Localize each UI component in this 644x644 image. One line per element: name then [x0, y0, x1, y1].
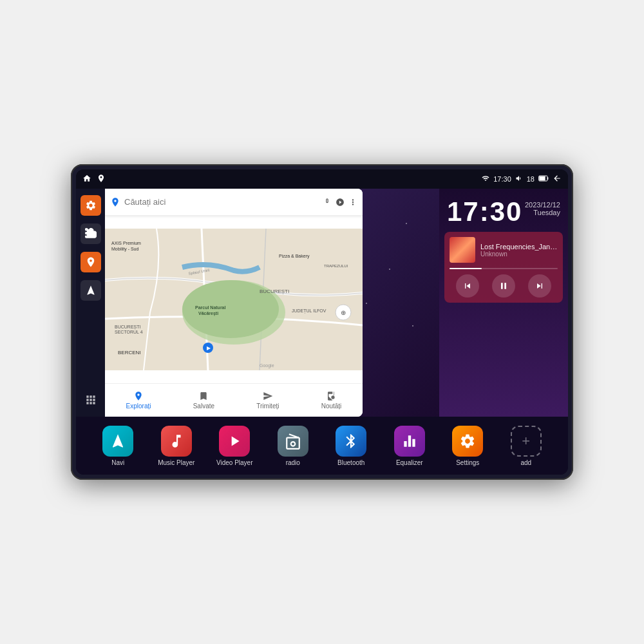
- app-equalizer[interactable]: Equalizer: [390, 426, 429, 466]
- app-navi[interactable]: Navi: [99, 426, 137, 466]
- clock-time: 17:30: [447, 198, 522, 225]
- clock-date-day: 2023/12/12: [525, 201, 560, 209]
- device-frame: 17:30 18: [71, 164, 573, 480]
- music-title: Lost Frequencies_Janie...: [480, 243, 558, 251]
- app-tray: Navi Music Player Video Player radio: [76, 417, 568, 475]
- device-screen: 17:30 18: [76, 169, 568, 475]
- back-icon[interactable]: [553, 174, 562, 184]
- clock-date: 2023/12/12 Tuesday: [525, 201, 560, 216]
- app-radio-label: radio: [286, 459, 300, 466]
- left-sidebar: [76, 189, 105, 417]
- app-radio-icon: [278, 426, 308, 457]
- music-controls: [450, 274, 558, 298]
- app-video-player-icon: [219, 426, 250, 457]
- app-settings-label: Settings: [456, 459, 479, 466]
- music-prev-button[interactable]: [456, 274, 479, 298]
- map-tab-news-label: Noutăți: [321, 402, 342, 410]
- svg-text:TRAPEZULUI: TRAPEZULUI: [324, 264, 348, 268]
- svg-text:Google: Google: [260, 363, 274, 368]
- map-tab-explore-label: Explorați: [126, 402, 151, 410]
- app-equalizer-label: Equalizer: [396, 459, 423, 466]
- svg-rect-1: [547, 177, 548, 180]
- map-tab-share-label: Trimiteți: [256, 402, 279, 410]
- apps-grid-sidebar-button[interactable]: [80, 390, 101, 410]
- status-time: 17:30: [493, 175, 511, 183]
- map-tab-news[interactable]: Noutăți: [321, 391, 342, 410]
- app-add[interactable]: + add: [507, 426, 545, 466]
- app-bluetooth-icon: [336, 426, 366, 457]
- svg-text:BUCUREȘTI: BUCUREȘTI: [115, 325, 141, 330]
- map-area: AXIS Premium Mobility - Sud Pizza & Bake…: [105, 189, 439, 417]
- settings-sidebar-icon[interactable]: [80, 195, 101, 216]
- app-music-player[interactable]: Music Player: [157, 426, 196, 466]
- app-add-label: add: [520, 459, 531, 466]
- clock-date-weekday: Tuesday: [525, 209, 560, 216]
- map-tab-saved[interactable]: Salvate: [193, 391, 214, 410]
- app-radio[interactable]: radio: [274, 426, 312, 466]
- location-icon[interactable]: [97, 174, 106, 184]
- home-icon[interactable]: [82, 174, 91, 184]
- app-video-player-label: Video Player: [216, 459, 253, 466]
- center-content: AXIS Premium Mobility - Sud Pizza & Bake…: [105, 189, 439, 417]
- app-settings-icon: [452, 426, 483, 457]
- map-search-input[interactable]: [124, 197, 319, 207]
- svg-rect-2: [539, 176, 545, 181]
- svg-text:▶: ▶: [207, 345, 211, 351]
- wifi-icon: [482, 175, 489, 184]
- app-navi-label: Navi: [111, 459, 124, 466]
- music-progress-bar[interactable]: [450, 268, 558, 269]
- app-navi-icon: [102, 426, 133, 457]
- svg-text:Văcărești: Văcărești: [198, 311, 218, 316]
- google-maps-card: AXIS Premium Mobility - Sud Pizza & Bake…: [105, 189, 363, 417]
- right-panel: 17:30 2023/12/12 Tuesday Lost Frequencie…: [439, 189, 568, 417]
- svg-text:SECTORUL 4: SECTORUL 4: [115, 330, 143, 334]
- map-tab-saved-label: Salvate: [193, 402, 214, 410]
- app-video-player[interactable]: Video Player: [215, 426, 254, 466]
- svg-text:JUDEȚUL ILFOV: JUDEȚUL ILFOV: [292, 308, 327, 314]
- app-bluetooth-label: Bluetooth: [337, 459, 365, 466]
- app-bluetooth[interactable]: Bluetooth: [332, 426, 370, 466]
- map-bottom-bar: Explorați Salvate Trimiteți: [105, 383, 363, 417]
- music-next-button[interactable]: [528, 274, 551, 298]
- music-player-widget: Lost Frequencies_Janie... Unknown: [444, 232, 563, 303]
- svg-text:Parcul Natural: Parcul Natural: [195, 305, 226, 310]
- svg-text:⊕: ⊕: [341, 309, 346, 316]
- svg-text:AXIS Premium: AXIS Premium: [111, 241, 141, 245]
- app-add-icon: +: [511, 426, 542, 457]
- app-equalizer-icon: [394, 426, 425, 457]
- music-text: Lost Frequencies_Janie... Unknown: [480, 243, 558, 258]
- app-music-player-label: Music Player: [158, 459, 194, 466]
- main-area: AXIS Premium Mobility - Sud Pizza & Bake…: [76, 189, 568, 417]
- app-settings[interactable]: Settings: [448, 426, 487, 466]
- music-info: Lost Frequencies_Janie... Unknown: [450, 237, 558, 263]
- status-right-icons: 17:30 18: [482, 174, 562, 184]
- signal-strength: 18: [527, 175, 535, 183]
- music-progress-fill: [450, 268, 482, 269]
- battery-icon: [538, 175, 549, 184]
- svg-text:Mobility - Sud: Mobility - Sud: [111, 247, 139, 252]
- clock-area: 17:30 2023/12/12 Tuesday: [439, 189, 568, 232]
- map-tab-explore[interactable]: Explorați: [126, 391, 151, 410]
- map-tab-share[interactable]: Trimiteți: [256, 391, 279, 410]
- svg-text:BERCENI: BERCENI: [118, 350, 141, 355]
- map-svg: AXIS Premium Mobility - Sud Pizza & Bake…: [105, 216, 363, 383]
- storage-sidebar-icon[interactable]: [80, 223, 101, 244]
- status-left-icons: [82, 174, 106, 184]
- map-body: AXIS Premium Mobility - Sud Pizza & Bake…: [105, 216, 363, 383]
- status-bar: 17:30 18: [76, 169, 568, 189]
- album-art-image: [450, 237, 475, 263]
- navigation-sidebar-icon[interactable]: [80, 280, 101, 301]
- map-sidebar-icon[interactable]: [80, 252, 101, 272]
- map-container: AXIS Premium Mobility - Sud Pizza & Bake…: [105, 189, 439, 417]
- app-music-player-icon: [161, 426, 192, 457]
- svg-text:Pizza & Bakery: Pizza & Bakery: [279, 254, 310, 259]
- volume-icon: [515, 175, 523, 184]
- map-search-bar[interactable]: [105, 189, 363, 216]
- album-art: [450, 237, 475, 263]
- svg-text:BUCUREȘTI: BUCUREȘTI: [260, 289, 289, 294]
- music-artist: Unknown: [480, 251, 558, 258]
- music-pause-button[interactable]: [492, 274, 515, 298]
